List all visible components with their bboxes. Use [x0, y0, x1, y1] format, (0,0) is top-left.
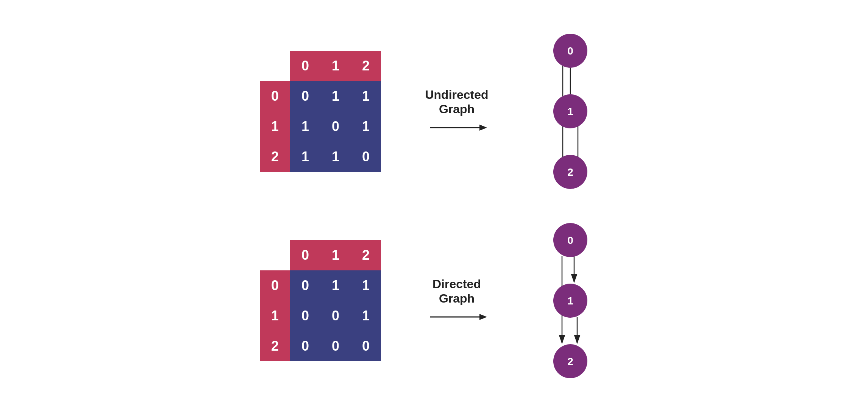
row-header-1: 1: [260, 111, 290, 142]
undirected-graph-svg: 0 1 2: [532, 32, 608, 191]
dir-col-header-2: 2: [351, 240, 381, 270]
directed-matrix: 0 1 2 0 0 1 1 1 0 0 1 2 0 0 0: [260, 240, 381, 361]
row-header-2: 2: [260, 142, 290, 172]
dir-row-header-2: 2: [260, 331, 290, 361]
svg-text:2: 2: [567, 356, 573, 367]
directed-graph-svg: 0 1 2: [532, 221, 608, 380]
directed-arrow-container: DirectedGraph: [404, 277, 510, 325]
directed-arrow-svg: [426, 309, 487, 325]
dir-row-header-0: 0: [260, 270, 290, 301]
svg-text:1: 1: [567, 295, 573, 307]
directed-label: DirectedGraph: [432, 277, 481, 306]
row-header-0: 0: [260, 81, 290, 111]
svg-marker-1: [479, 125, 487, 131]
undirected-label: UndirectedGraph: [425, 87, 488, 117]
undirected-arrow-container: UndirectedGraph: [404, 87, 510, 136]
col-header-0: 0: [290, 51, 320, 81]
svg-text:2: 2: [567, 166, 573, 178]
svg-text:1: 1: [567, 106, 573, 117]
directed-graph: 0 1 2: [532, 221, 608, 380]
col-header-1: 1: [320, 51, 351, 81]
undirected-graph: 0 1 2: [532, 32, 608, 191]
dir-col-header-0: 0: [290, 240, 320, 270]
svg-text:0: 0: [567, 234, 573, 246]
dir-row-header-1: 1: [260, 301, 290, 331]
dir-col-header-1: 1: [320, 240, 351, 270]
undirected-row: 0 1 2 0 0 1 1 1 1 0 1 2 1 1 0: [0, 32, 868, 191]
svg-text:0: 0: [567, 45, 573, 57]
col-header-2: 2: [351, 51, 381, 81]
undirected-arrow-svg: [426, 120, 487, 135]
svg-marker-12: [479, 314, 487, 320]
directed-row: 0 1 2 0 0 1 1 1 0 0 1 2 0 0 0: [0, 221, 868, 380]
undirected-matrix: 0 1 2 0 0 1 1 1 1 0 1 2 1 1 0: [260, 51, 381, 172]
